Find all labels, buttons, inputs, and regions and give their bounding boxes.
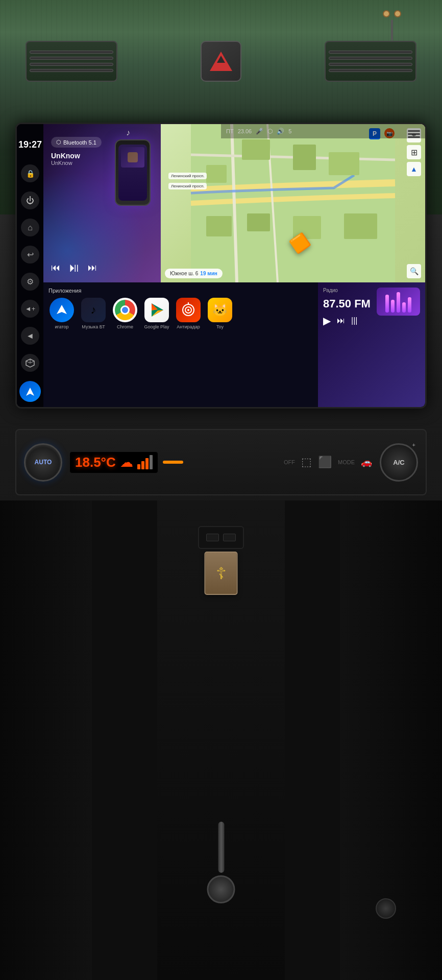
fan-bar-2: [141, 461, 144, 469]
compass-button[interactable]: ▲: [407, 162, 421, 176]
ac-knob[interactable]: A/C +: [380, 443, 418, 482]
chrome-circle-icon: [115, 300, 135, 320]
climate-indicator-bar: [163, 461, 183, 464]
svg-rect-6: [206, 165, 227, 183]
left-sidebar: 19:27 🔒 ⏻ ⌂ ↩ ⚙: [17, 124, 43, 407]
climate-control-panel: AUTO 18.5°C ☁ OFF ⬚ ⬛: [15, 429, 427, 495]
layers-button[interactable]: ⊞: [407, 145, 421, 159]
svg-point-21: [187, 309, 189, 311]
religious-pendant: ☦: [205, 552, 238, 595]
arrow-left-button[interactable]: ◄: [21, 327, 39, 345]
ac-knob-label: A/C: [393, 459, 404, 466]
antiradar-app-icon: [176, 298, 201, 322]
lower-dashboard: ☦: [0, 500, 442, 980]
climate-display: 18.5°C ☁: [70, 452, 276, 473]
bluetooth-label: ⬡ Bluetooth 5.1: [51, 137, 102, 148]
head-unit: ПТ 23.06 🎤 ⬡ 🔊 5 19:27 🔒 ⏻ ⌂: [15, 123, 427, 409]
back-button[interactable]: ↩: [21, 246, 39, 264]
defrost-front-icon: ⬛: [318, 456, 332, 469]
climate-car-icon-button[interactable]: 🚗: [361, 457, 372, 468]
lock-button[interactable]: 🔒: [21, 164, 39, 182]
volume-icon: 🔊: [277, 128, 284, 135]
play-pause-button[interactable]: ⏯: [68, 260, 80, 275]
player-controls: ⏮ ⏯ ⏭: [51, 260, 153, 275]
toy-app-icon: 🐱: [208, 298, 232, 322]
navigator-app-label: игатор: [55, 324, 69, 329]
auto-knob[interactable]: AUTO: [24, 443, 62, 482]
navigator-shortcut-button[interactable]: [19, 381, 41, 402]
map-search-button[interactable]: 🔍: [407, 264, 421, 278]
antiradar-icon: [181, 302, 196, 318]
svg-marker-14: [57, 305, 67, 314]
top-section: ♪ ⬡ Bluetooth 5.1 UnKnow UnKnow: [43, 124, 425, 282]
climate-defrost-rear-button[interactable]: ⬚: [301, 456, 312, 469]
home-button[interactable]: ⌂: [21, 219, 39, 236]
volume-up-button[interactable]: ◄+: [21, 300, 39, 318]
navigator-icon: [24, 386, 36, 397]
volume-level: 5: [288, 128, 291, 134]
gear-knob: [207, 875, 235, 903]
eq-bar-4: [402, 302, 406, 313]
usb-slot-2: [223, 534, 236, 541]
hazard-button[interactable]: [201, 41, 241, 82]
fan-symbol-icon: ☁: [120, 455, 133, 470]
app-google-play[interactable]: Google Play: [143, 298, 170, 329]
chrome-inner-circle: [120, 305, 130, 315]
climate-defrost-front-button[interactable]: ⬛: [318, 456, 332, 469]
radio-section: Радио 87.50 FM ▶ ⏭ |||: [318, 282, 425, 407]
usb-slot-1: [206, 534, 219, 541]
off-button-label: OFF: [284, 459, 295, 465]
gear-stick: [218, 822, 224, 873]
apps-row: игатор ♪ Музыка БТ: [48, 298, 313, 329]
religious-icon: ☦: [216, 564, 227, 583]
route-info: Южное ш. 6 19 мин: [165, 269, 223, 278]
radio-next-button[interactable]: ⏭: [337, 316, 345, 325]
center-console: ☦: [157, 500, 285, 980]
usb-slot-area: [198, 526, 244, 549]
svg-rect-10: [206, 216, 232, 236]
equalizer-display: [377, 288, 420, 316]
auto-knob-wrapper: AUTO: [24, 443, 62, 482]
left-vent: [26, 41, 117, 82]
chrome-app-icon: [113, 298, 137, 322]
prev-button[interactable]: ⏮: [51, 262, 60, 273]
artist-name: UnKnow: [51, 160, 153, 166]
app-toy[interactable]: 🐱 Toy: [207, 298, 233, 329]
app-chrome[interactable]: Chrome: [112, 298, 138, 329]
radio-eq-button[interactable]: |||: [351, 316, 357, 325]
climate-off-button[interactable]: OFF: [284, 459, 295, 465]
music-bt-app-label: Музыка БТ: [82, 324, 105, 329]
app-antiradar[interactable]: Антирадар: [175, 298, 202, 329]
car-silhouette-icon: 🚗: [361, 457, 372, 468]
fan-bar-1: [137, 464, 140, 469]
bottom-section: Приложения игатор: [43, 282, 425, 407]
mode-button-label: MODE: [338, 459, 355, 465]
svg-rect-11: [247, 213, 270, 231]
cube-button[interactable]: [21, 354, 39, 372]
svg-marker-4: [26, 388, 34, 396]
power-button[interactable]: ⏻: [21, 192, 39, 209]
navigation-arrow: 🔶: [286, 230, 313, 256]
route-destination: Южное ш. 6: [170, 271, 198, 276]
google-play-app-label: Google Play: [144, 324, 169, 329]
next-button[interactable]: ⏭: [88, 262, 97, 273]
svg-rect-9: [329, 152, 359, 175]
svg-line-2: [26, 361, 30, 363]
settings-button[interactable]: ⚙: [21, 273, 39, 291]
gear-shift-area: [207, 822, 235, 903]
svg-marker-23: [187, 303, 189, 304]
toy-app-label: Toy: [216, 324, 224, 329]
map-area[interactable]: Ленинский просп. Ленинский просп. P 📷 + …: [161, 124, 425, 282]
climate-readout: 18.5°C ☁: [70, 452, 158, 473]
radio-play-button[interactable]: ▶: [323, 315, 331, 327]
app-navigator[interactable]: игатор: [48, 298, 75, 329]
climate-mode-button[interactable]: MODE: [338, 459, 355, 465]
app-music-bt[interactable]: ♪ Музыка БТ: [80, 298, 107, 329]
right-vent: [325, 41, 416, 82]
status-bar: ПТ 23.06 🎤 ⬡ 🔊 5: [221, 124, 425, 138]
climate-mode-buttons: OFF ⬚ ⬛ MODE 🚗: [284, 456, 372, 469]
bluetooth-status-icon: ⬡: [267, 128, 273, 135]
eq-bar-5: [408, 297, 411, 313]
radio-controls: ▶ ⏭ |||: [323, 315, 420, 327]
apps-section-label: Приложения: [48, 288, 313, 294]
